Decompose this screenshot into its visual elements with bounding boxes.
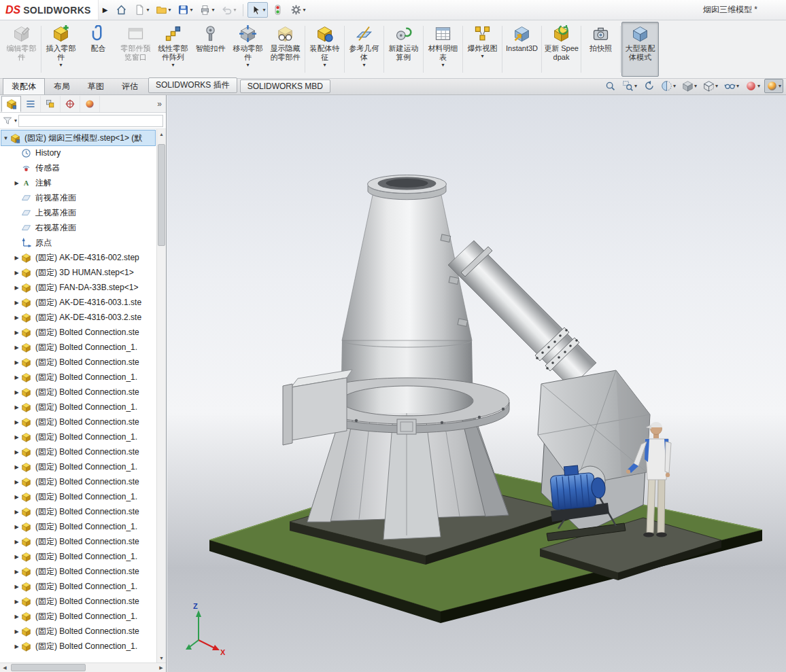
dropdown-caret[interactable]: ▾ [779,83,781,89]
tree-item[interactable]: 右视基准面 [1,220,155,235]
panel-tab-configuration-manager[interactable] [41,96,61,112]
expand-arrow[interactable]: ▶ [12,599,21,605]
tree-item[interactable]: 传感器 [1,160,155,175]
scroll-track[interactable] [157,139,166,653]
dropdown-caret[interactable]: ▾ [757,83,760,89]
panel-tab-property-manager[interactable] [21,96,41,112]
tree-item[interactable]: ▶(固定) Bolted Connection.ste [1,474,155,489]
expand-arrow[interactable]: ▶ [12,479,21,485]
new-motion-study-button[interactable]: 新建运动算例 [385,22,422,77]
tree-item[interactable]: 前视基准面 [1,190,155,205]
previous-view-button[interactable] [641,79,657,93]
tree-item[interactable]: ▶(固定) Bolted Connection_1. [1,340,155,355]
panel-tab-display-manager[interactable] [80,96,100,112]
tree-filter-input[interactable] [18,115,163,127]
dropdown-caret[interactable]: ▾ [362,62,365,68]
expand-arrow[interactable]: ▼ [1,135,10,141]
move-component-button[interactable]: 移动零部件▾ [229,22,267,77]
tree-item[interactable]: ▶(固定) Bolted Connection.ste [1,564,155,579]
hide-show-items-button[interactable]: ▾ [722,79,741,93]
expand-arrow[interactable]: ▶ [12,330,21,336]
scroll-down-arrow[interactable]: ▼ [157,653,166,662]
scroll-left-arrow[interactable]: ◀ [0,665,10,671]
expand-arrow[interactable]: ▶ [12,434,21,440]
reference-geometry-button[interactable]: 参考几何体▾ [345,22,383,77]
tree-item[interactable]: ▶(固定) Bolted Connection.ste [1,504,155,519]
view-orientation-button[interactable]: ▾ [680,79,699,93]
expand-arrow[interactable]: ▶ [12,584,21,590]
save-button[interactable]: ▾ [175,2,195,18]
zoom-area-button[interactable]: ▾ [620,79,639,93]
tab-solidworks-addins[interactable]: SOLIDWORKS 插件 [148,77,237,93]
insert-components-button[interactable]: 插入零部件▾ [42,22,80,77]
dropdown-caret[interactable]: ▾ [481,53,483,59]
panel-horizontal-scrollbar[interactable]: ◀ ▶ [0,662,166,672]
bill-of-materials-button[interactable]: 材料明细表▾ [424,22,462,77]
filter-icon[interactable] [3,116,12,126]
tree-item[interactable]: ▶(固定) Bolted Connection.ste [1,355,155,370]
expand-arrow[interactable]: ▶ [12,344,21,351]
open-button[interactable]: ▾ [153,2,173,18]
tab-layout[interactable]: 布局 [45,78,79,94]
view-settings-button[interactable]: ▾ [764,79,783,93]
expand-arrow[interactable]: ▶ [12,509,21,515]
update-speedpak-button[interactable]: 更新 Speedpak [543,22,580,77]
zoom-fit-button[interactable] [602,79,618,93]
show-hidden-components-button[interactable]: 显示隐藏的零部件 [267,22,304,77]
large-assembly-mode-button[interactable]: 大型装配体模式 [621,22,659,77]
tree-item[interactable]: ▶(固定) Bolted Connection_1. [1,489,155,504]
tree-item[interactable]: ▶(固定) Bolted Connection.ste [1,444,155,459]
menu-expand-arrow[interactable]: ▶ [103,6,108,14]
dropdown-caret[interactable]: ▾ [736,83,739,89]
tree-item[interactable]: ▶(固定) Bolted Connection_1. [1,519,155,534]
panel-tab-dimxpert-manager[interactable] [61,96,80,112]
tree-item[interactable]: ▶(固定) Bolted Connection.ste [1,534,155,549]
expand-arrow[interactable]: ▶ [12,614,21,620]
tree-item[interactable]: ▶(固定) Bolted Connection_1. [1,549,155,564]
display-style-button[interactable]: ▾ [701,79,720,93]
instant3d-button[interactable]: Instant3D [503,22,541,77]
scroll-track[interactable] [10,663,156,672]
options-button[interactable]: ▾ [288,2,308,18]
expand-arrow[interactable]: ▶ [12,180,21,186]
dropdown-caret[interactable]: ▾ [262,7,265,13]
expand-arrow[interactable]: ▶ [12,419,21,425]
expand-arrow[interactable]: ▶ [12,315,21,321]
tree-item[interactable]: ▶(固定) Bolted Connection.ste [1,594,155,609]
dropdown-caret[interactable]: ▾ [673,83,676,89]
tab-sketch[interactable]: 草图 [79,78,113,94]
tree-item[interactable]: ▶(固定) Bolted Connection_1. [1,429,155,444]
new-button[interactable]: ▾ [131,2,152,18]
tab-assembly[interactable]: 装配体 [3,78,45,94]
dropdown-caret[interactable]: ▾ [168,7,171,13]
select-button[interactable]: ▾ [247,2,268,18]
tree-item[interactable]: ▶(固定) Bolted Connection_1. [1,459,155,474]
dropdown-caret[interactable]: ▾ [171,62,174,68]
tree-item[interactable]: 上视基准面 [1,205,155,220]
dropdown-caret[interactable]: ▾ [146,7,149,13]
exploded-view-button[interactable]: 爆炸视图▾ [464,22,501,77]
tree-item[interactable]: ▶(固定) AK-DE-4316-002.step [1,250,155,265]
dropdown-caret[interactable]: ▾ [694,83,697,89]
dropdown-caret[interactable]: ▾ [211,7,214,13]
expand-arrow[interactable]: ▶ [12,270,21,276]
dropdown-caret[interactable]: ▾ [233,7,236,13]
expand-arrow[interactable]: ▶ [12,359,21,366]
linear-component-pattern-button[interactable]: 线性零部件阵列▾ [154,22,192,77]
dropdown-caret[interactable]: ▾ [441,62,444,68]
scroll-thumb[interactable] [11,664,86,671]
expand-arrow[interactable]: ▶ [12,524,21,530]
dropdown-caret[interactable]: ▾ [190,7,192,13]
panel-expand-chevron[interactable]: » [157,99,162,109]
tree-item[interactable]: ▶(固定) AK-DE-4316-003.2.ste [1,310,155,325]
dropdown-caret[interactable]: ▾ [634,83,637,89]
tree-item[interactable]: ▶(固定) Bolted Connection_1. [1,370,155,385]
home-button[interactable] [113,2,130,18]
expand-arrow[interactable]: ▶ [12,554,21,560]
tree-item[interactable]: ▶(固定) Bolted Connection_1. [1,639,155,654]
expand-arrow[interactable]: ▶ [12,629,21,635]
expand-arrow[interactable]: ▶ [12,389,21,395]
dropdown-caret[interactable]: ▾ [246,62,249,68]
scroll-up-arrow[interactable]: ▲ [157,129,166,139]
take-snapshot-button[interactable]: 拍快照 [582,22,619,77]
